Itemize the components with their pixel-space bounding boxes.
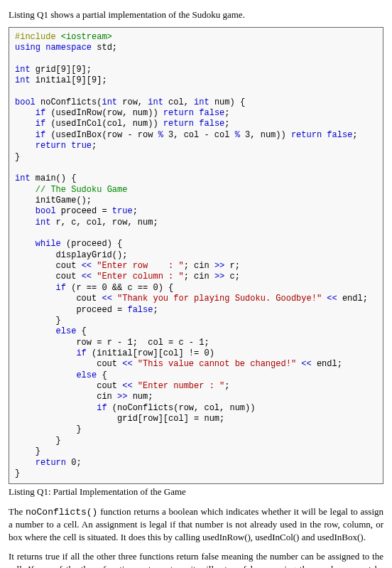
code-listing: #include <iostream> using namespace std;… — [9, 27, 383, 485]
intro-text: Listing Q1 shows a partial implementatio… — [9, 9, 383, 21]
inline-code: noConflicts() — [26, 507, 97, 518]
paragraph-2: It returns true if all the other three f… — [9, 550, 383, 568]
listing-caption: Listing Q1: Partial Implementation of th… — [9, 486, 383, 498]
paragraph-1: The noConflicts() function returns a boo… — [9, 505, 383, 544]
